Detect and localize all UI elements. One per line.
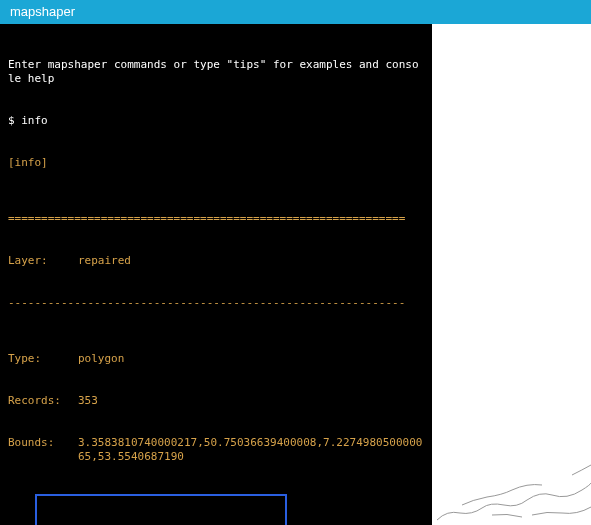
info-label: Bounds:	[8, 436, 78, 464]
layer-label: Layer:	[8, 254, 78, 268]
info-label: Type:	[8, 352, 78, 366]
info-value: 3.3583810740000217,50.75036639400008,7.2…	[78, 436, 424, 464]
crs-highlight: CRS: +proj=longlat +datum=WGS84 Source: …	[35, 494, 287, 525]
map-canvas[interactable]	[432, 24, 591, 525]
entered-command: info	[21, 114, 48, 127]
console-echo: [info]	[8, 156, 424, 170]
layer-value: repaired	[78, 254, 424, 268]
map-outline-icon	[432, 405, 591, 525]
app-root: mapshaper Enter mapshaper commands or ty…	[0, 0, 591, 525]
info-row: Bounds: 3.3583810740000217,50.7503663940…	[8, 436, 424, 464]
info-value: polygon	[78, 352, 424, 366]
info-label: Records:	[8, 394, 78, 408]
prompt-symbol: $	[8, 114, 21, 127]
divider-dash: ----------------------------------------…	[8, 296, 424, 310]
console-panel[interactable]: Enter mapshaper commands or type "tips" …	[0, 24, 432, 525]
titlebar: mapshaper	[0, 0, 591, 24]
divider-heavy: ========================================…	[8, 212, 424, 226]
app-title: mapshaper	[10, 4, 75, 19]
info-row: Records: 353	[8, 394, 424, 408]
info-value: 353	[78, 394, 424, 408]
console-line-cmd: $ info	[8, 114, 424, 128]
layer-row: Layer: repaired	[8, 254, 424, 268]
console-help-line: Enter mapshaper commands or type "tips" …	[8, 58, 424, 86]
info-row: Type: polygon	[8, 352, 424, 366]
